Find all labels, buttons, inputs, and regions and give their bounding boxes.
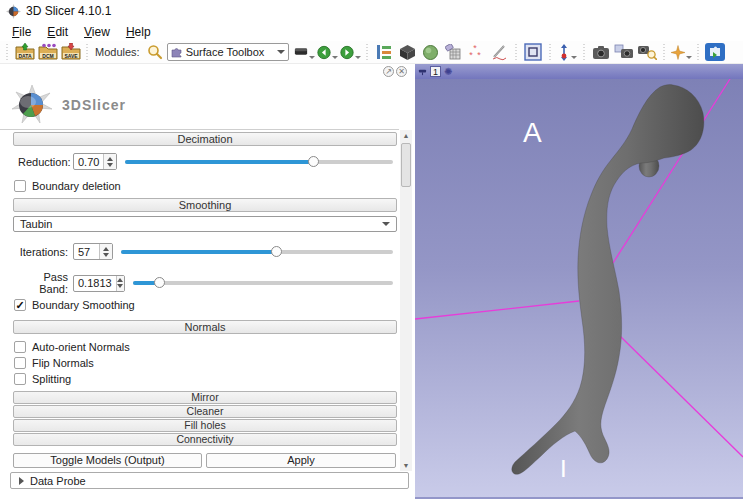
svg-text:DCM: DCM bbox=[42, 53, 53, 59]
reduction-slider[interactable] bbox=[125, 156, 393, 168]
annotations-icon[interactable] bbox=[489, 42, 510, 62]
orientation-label-inferior: I bbox=[560, 455, 567, 483]
toolbar-grip[interactable] bbox=[548, 44, 553, 60]
apply-button[interactable]: Apply bbox=[206, 453, 396, 468]
crosshair-icon[interactable] bbox=[557, 42, 578, 62]
volume-rendering-icon[interactable] bbox=[420, 42, 441, 62]
module-search-icon[interactable] bbox=[145, 42, 166, 62]
section-normals[interactable]: Normals bbox=[13, 320, 397, 334]
section-fill-holes[interactable]: Fill holes bbox=[13, 419, 397, 432]
section-connectivity[interactable]: Connectivity bbox=[13, 433, 397, 446]
reduction-label: Reduction: bbox=[18, 156, 68, 168]
spin-arrows[interactable] bbox=[116, 276, 124, 291]
slider-handle[interactable] bbox=[271, 246, 282, 257]
panel-scrollbar[interactable]: ▲ ▼ bbox=[400, 130, 412, 471]
scene-view-restore-icon[interactable] bbox=[637, 42, 658, 62]
toolbar-grip[interactable] bbox=[514, 44, 519, 60]
close-panel-icon[interactable]: ✕ bbox=[396, 66, 407, 77]
spin-arrows[interactable] bbox=[103, 154, 116, 169]
toolbar-grip[interactable] bbox=[582, 44, 587, 60]
save-icon[interactable]: SAVE bbox=[60, 42, 81, 62]
chevron-down-icon bbox=[332, 56, 338, 59]
modules-label: Modules: bbox=[95, 46, 140, 58]
layout-conventional-icon[interactable] bbox=[523, 42, 544, 62]
load-data-icon[interactable]: DATA bbox=[14, 42, 35, 62]
menu-file[interactable]: File bbox=[4, 23, 39, 41]
module-forward-icon[interactable] bbox=[340, 42, 361, 62]
layout-selector-icon[interactable] bbox=[374, 42, 395, 62]
scroll-up-icon[interactable]: ▲ bbox=[400, 130, 412, 141]
chevron-down-icon bbox=[686, 56, 692, 59]
markups-icon[interactable]: * * * bbox=[466, 42, 487, 62]
toolbar-grip[interactable] bbox=[5, 44, 10, 60]
threed-canvas[interactable]: A I bbox=[415, 79, 743, 497]
menu-bar: File Edit View Help bbox=[0, 22, 743, 41]
title-bar: 3D Slicer 4.10.1 bbox=[0, 0, 743, 22]
smoothing-method-combo[interactable]: Taubin bbox=[13, 216, 397, 232]
spin-arrows[interactable] bbox=[99, 244, 112, 259]
toolbar-grip[interactable] bbox=[365, 44, 370, 60]
iterations-slider[interactable] bbox=[121, 246, 393, 258]
slicer-logo-icon bbox=[10, 83, 54, 127]
module-selector[interactable]: Surface Toolbox bbox=[167, 43, 289, 61]
threed-view[interactable]: 1 ✺ bbox=[415, 64, 743, 499]
data-probe-section[interactable]: Data Probe bbox=[10, 472, 409, 489]
passband-label: Pass Band: bbox=[14, 271, 68, 295]
models-cube-icon[interactable] bbox=[397, 42, 418, 62]
toolbar-grip[interactable] bbox=[85, 44, 90, 60]
section-decimation[interactable]: Decimation bbox=[13, 132, 397, 146]
view-settings-gear-icon[interactable]: ✺ bbox=[444, 67, 452, 77]
reduction-row: Reduction: 0.70 bbox=[18, 153, 393, 170]
svg-text:*: * bbox=[469, 50, 473, 60]
extensions-star-icon[interactable] bbox=[671, 42, 692, 62]
toolbar: DATA DCM SAVE Modules: Surface Toolbox bbox=[0, 41, 743, 64]
module-history-icon[interactable] bbox=[294, 42, 315, 62]
view-number: 1 bbox=[430, 66, 441, 77]
window-title: 3D Slicer 4.10.1 bbox=[26, 4, 111, 18]
section-cleaner[interactable]: Cleaner bbox=[13, 405, 397, 418]
screenshot-icon[interactable] bbox=[591, 42, 612, 62]
passband-spinbox[interactable]: 0.1813 bbox=[73, 275, 125, 292]
chevron-down-icon bbox=[277, 50, 285, 54]
flip-normals-checkbox[interactable]: Flip Normals bbox=[14, 357, 94, 369]
passband-slider[interactable] bbox=[133, 277, 393, 289]
svg-text:DATA: DATA bbox=[18, 53, 32, 59]
slider-handle[interactable] bbox=[154, 277, 165, 288]
slicer-logo-text: 3DSlicer bbox=[62, 97, 126, 113]
scene-view-capture-icon[interactable] bbox=[614, 42, 635, 62]
crop-volume-icon[interactable] bbox=[443, 42, 464, 62]
expand-arrow-icon bbox=[19, 477, 24, 485]
toolbar-grip[interactable] bbox=[696, 44, 701, 60]
load-dicom-icon[interactable]: DCM bbox=[37, 42, 58, 62]
menu-help[interactable]: Help bbox=[118, 23, 159, 41]
iterations-label: Iterations: bbox=[18, 246, 68, 258]
main-area: ↗ ✕ 3DSlicer Decimation Reduction: 0.70 bbox=[0, 64, 743, 501]
scroll-down-icon[interactable]: ▼ bbox=[400, 460, 412, 471]
iterations-spinbox[interactable]: 57 bbox=[73, 243, 113, 260]
menu-view[interactable]: View bbox=[76, 23, 118, 41]
menu-edit[interactable]: Edit bbox=[39, 23, 76, 41]
pin-icon[interactable] bbox=[418, 67, 427, 76]
boundary-smoothing-checkbox[interactable]: ✓ Boundary Smoothing bbox=[14, 299, 135, 311]
toolbar-grip[interactable] bbox=[662, 44, 667, 60]
scrollbar-thumb[interactable] bbox=[401, 143, 411, 187]
chevron-down-icon bbox=[382, 222, 390, 226]
auto-orient-normals-checkbox[interactable]: Auto-orient Normals bbox=[14, 341, 130, 353]
module-back-icon[interactable] bbox=[317, 42, 338, 62]
section-mirror[interactable]: Mirror bbox=[13, 391, 397, 404]
reduction-spinbox[interactable]: 0.70 bbox=[73, 153, 117, 170]
chevron-down-icon bbox=[355, 56, 361, 59]
section-smoothing[interactable]: Smoothing bbox=[13, 198, 397, 212]
surface-toolbox-panel: Decimation Reduction: 0.70 Boundar bbox=[0, 130, 399, 455]
boundary-deletion-checkbox[interactable]: Boundary deletion bbox=[14, 180, 121, 192]
orientation-label-anterior: A bbox=[523, 117, 542, 149]
threed-view-header[interactable]: 1 ✺ bbox=[415, 64, 743, 79]
slider-handle[interactable] bbox=[308, 156, 319, 167]
extension-manager-icon[interactable] bbox=[705, 42, 726, 62]
data-probe-label: Data Probe bbox=[30, 475, 86, 487]
toggle-models-button[interactable]: Toggle Models (Output) bbox=[13, 453, 202, 468]
undock-panel-icon[interactable]: ↗ bbox=[383, 66, 394, 77]
svg-text:*: * bbox=[477, 50, 481, 60]
splitting-checkbox[interactable]: Splitting bbox=[14, 373, 71, 385]
threed-scene bbox=[415, 79, 743, 497]
